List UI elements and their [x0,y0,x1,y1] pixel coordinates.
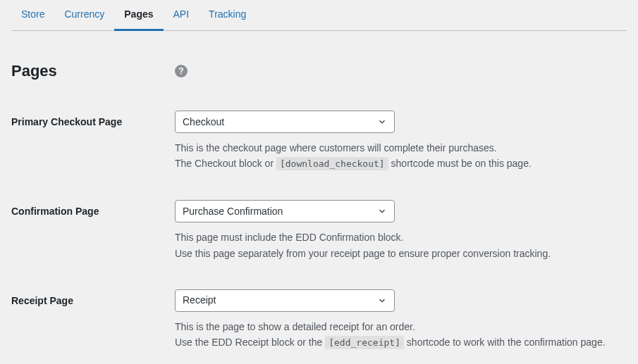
select-value: Checkout [183,115,224,130]
help-icon[interactable]: ? [175,65,188,77]
tab-api[interactable]: API [164,0,200,31]
field-description: This page must include the EDD Confirmat… [175,230,627,261]
field-description: This is the page to show a detailed rece… [175,319,627,351]
tab-currency[interactable]: Currency [54,0,114,31]
shortcode: [edd_receipt] [325,336,404,349]
field-label: Receipt Page [11,289,175,308]
checkout-page-select[interactable]: Checkout [175,111,395,133]
settings-tabs: Store Currency Pages API Tracking [11,0,627,31]
select-value: Receipt [183,293,216,308]
tab-tracking[interactable]: Tracking [199,0,256,31]
chevron-down-icon [377,206,387,216]
chevron-down-icon [377,296,387,306]
shortcode: [download_checkout] [276,157,388,170]
field-description: This is the checkout page where customer… [175,140,627,172]
field-label: Confirmation Page [11,200,175,219]
field-label: Primary Checkout Page [11,111,175,130]
select-value: Purchase Confirmation [183,204,283,219]
field-confirmation: Confirmation Page Purchase Confirmation … [11,200,627,261]
receipt-page-select[interactable]: Receipt [175,289,395,312]
chevron-down-icon [377,117,387,127]
tab-store[interactable]: Store [11,0,54,31]
field-receipt: Receipt Page Receipt This is the page to… [11,289,627,351]
field-primary-checkout: Primary Checkout Page Checkout This is t… [11,111,627,172]
tab-pages[interactable]: Pages [114,0,163,31]
confirmation-page-select[interactable]: Purchase Confirmation [175,200,395,222]
page-title: Pages [11,59,175,82]
